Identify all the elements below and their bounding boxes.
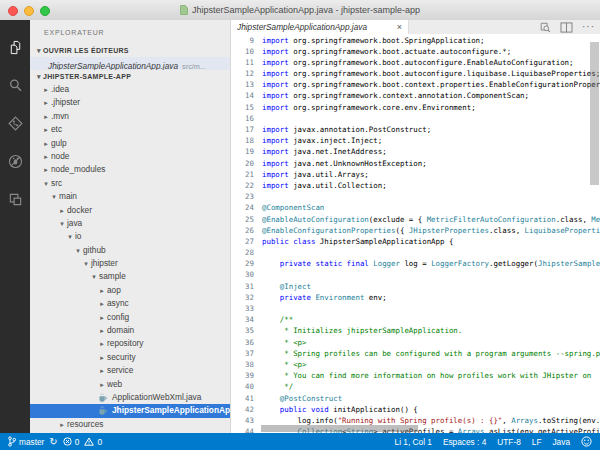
tree-item-folder[interactable]: ▸web <box>30 378 230 391</box>
chevron-collapsed-icon: ▸ <box>98 284 106 297</box>
open-editor-item[interactable]: JhipsterSampleApplicationApp.javasrc/m..… <box>30 57 230 70</box>
tree-item-label: jhipster <box>91 257 118 270</box>
tree-item-folder[interactable]: ▾jhipster <box>30 257 230 270</box>
tree-item-folder[interactable]: ▸repository <box>30 337 230 350</box>
tree-item-folder[interactable]: ▸node_modules <box>30 163 230 176</box>
open-editors-header[interactable]: ▾OUVRIR LES ÉDITEURS <box>30 44 230 57</box>
tree-item-folder[interactable]: ▾main <box>30 190 230 203</box>
code-token <box>262 360 280 369</box>
code-token: Arrays <box>511 416 538 425</box>
more-actions-icon[interactable]: ··· <box>582 23 595 31</box>
line-number: 33 <box>231 303 262 314</box>
tree-item-folder[interactable]: ▸.jhipster <box>30 96 230 109</box>
tree-item-folder[interactable]: ▾sample <box>30 270 230 283</box>
tree-item-label: docker <box>67 204 92 217</box>
editor-group: JhipsterSampleApplicationApp.java × ··· … <box>231 20 600 433</box>
tree-item-label: aop <box>107 284 121 297</box>
tree-item-label: node_modules <box>51 163 105 176</box>
code-token <box>262 338 280 347</box>
minimize-window-button[interactable] <box>24 6 34 16</box>
tree-item-label: async <box>107 297 129 310</box>
line-number: 20 <box>231 158 262 169</box>
tree-item-folder[interactable]: ▸.mvn <box>30 110 230 123</box>
tree-item-folder[interactable]: ▸service <box>30 364 230 377</box>
code-token: import <box>262 58 289 67</box>
close-window-button[interactable] <box>8 6 18 16</box>
code-line: 37 * Spring profiles can be configured w… <box>231 348 600 359</box>
extensions-icon[interactable] <box>0 180 30 218</box>
warnings-icon <box>84 437 94 446</box>
tree-item-folder[interactable]: ▾github <box>30 244 230 257</box>
java-file-icon <box>98 406 109 416</box>
indentation-status[interactable]: Espaces : 4 <box>443 437 486 447</box>
vertical-scrollbar[interactable] <box>590 42 599 185</box>
line-number: 43 <box>231 415 262 426</box>
tree-item-label: .idea <box>51 83 69 96</box>
tree-item-folder[interactable]: ▾io <box>30 230 230 243</box>
tree-item-folder[interactable]: ▸domain <box>30 324 230 337</box>
cursor-position[interactable]: Li 1, Col 1 <box>395 437 432 447</box>
code-token: org.springframework.boot.actuate.autocon… <box>289 47 511 56</box>
tree-item-folder[interactable]: ▾src <box>30 177 230 190</box>
open-editor-description: src/m... <box>182 62 206 70</box>
tree-item-folder[interactable]: ▸security <box>30 351 230 364</box>
tree-item-label: ApplicationWebXml.java <box>112 391 201 404</box>
tab-close-icon[interactable]: × <box>397 22 402 32</box>
tree-item-folder[interactable]: ▸.idea <box>30 83 230 96</box>
tree-item-folder[interactable]: ▸config <box>30 311 230 324</box>
section-twisty-icon: ▾ <box>35 70 43 83</box>
code-token: import <box>262 80 289 89</box>
zoom-window-button[interactable] <box>40 6 50 16</box>
language-mode[interactable]: Java <box>552 437 570 447</box>
line-number: 17 <box>231 124 262 135</box>
code-token: import <box>262 147 289 156</box>
tree-item-label: gulp <box>51 137 67 150</box>
tree-item-folder[interactable]: ▸async <box>30 297 230 310</box>
tree-item-file[interactable]: JhipsterSampleApplicationApp.java <box>30 404 230 417</box>
tree-item-folder[interactable]: ▾java <box>30 217 230 230</box>
chevron-collapsed-icon: ▸ <box>98 364 106 377</box>
error-count[interactable]: 0 <box>63 437 80 447</box>
search-icon[interactable] <box>0 66 30 104</box>
source-control-icon[interactable] <box>0 104 30 142</box>
code-token: javax.inject.Inject; <box>289 136 382 145</box>
tree-item-folder[interactable]: ▸resources <box>30 418 230 431</box>
line-number: 22 <box>231 180 262 191</box>
encoding-status[interactable]: UTF-8 <box>497 437 521 447</box>
horizontal-scrollbar[interactable] <box>261 425 418 432</box>
project-section-header[interactable]: ▾JHIPSTER-SAMPLE-APP <box>30 70 230 83</box>
tree-item-folder[interactable]: ▸etc <box>30 123 230 136</box>
git-branch-icon <box>8 436 16 447</box>
code-editor[interactable]: 9import org.springframework.boot.SpringA… <box>231 34 600 433</box>
tree-item-label: .mvn <box>51 110 69 123</box>
split-editor-icon[interactable] <box>560 22 573 33</box>
git-branch-status[interactable]: master <box>8 436 44 447</box>
tree-item-file[interactable]: ApplicationWebXml.java <box>30 391 230 404</box>
line-number: 32 <box>231 292 262 303</box>
chevron-collapsed-icon: ▸ <box>98 311 106 324</box>
chevron-collapsed-icon: ▸ <box>42 137 50 150</box>
line-number: 19 <box>231 146 262 157</box>
code-token: public void <box>280 405 329 414</box>
code-token: (exclude = { <box>369 215 427 224</box>
feedback-smiley-icon[interactable] <box>581 436 592 447</box>
sync-icon[interactable]: ↻ <box>49 437 57 447</box>
editor-tab[interactable]: JhipsterSampleApplicationApp.java × <box>231 20 409 34</box>
tree-item-folder[interactable]: ▸node <box>30 150 230 163</box>
explorer-icon[interactable] <box>0 28 30 66</box>
tree-item-label: repository <box>107 337 143 350</box>
tab-bar: JhipsterSampleApplicationApp.java × ··· <box>231 20 600 34</box>
eol-status[interactable]: LF <box>532 437 542 447</box>
tree-item-label: web <box>107 378 122 391</box>
tab-label: JhipsterSampleApplicationApp.java <box>237 22 392 32</box>
file-tree: ▸.idea▸.jhipster▸.mvn▸etc▸gulp▸node▸node… <box>30 83 230 431</box>
line-number: 11 <box>231 57 262 68</box>
tree-item-folder[interactable]: ▸docker <box>30 204 230 217</box>
open-preview-icon[interactable] <box>539 22 551 33</box>
tree-item-folder[interactable]: ▸aop <box>30 284 230 297</box>
tree-item-folder[interactable]: ▸gulp <box>30 137 230 150</box>
debug-icon[interactable] <box>0 142 30 180</box>
code-token: @EnableConfigurationProperties <box>262 226 396 235</box>
chevron-collapsed-icon: ▸ <box>42 96 50 109</box>
warning-count[interactable]: 0 <box>84 437 102 447</box>
